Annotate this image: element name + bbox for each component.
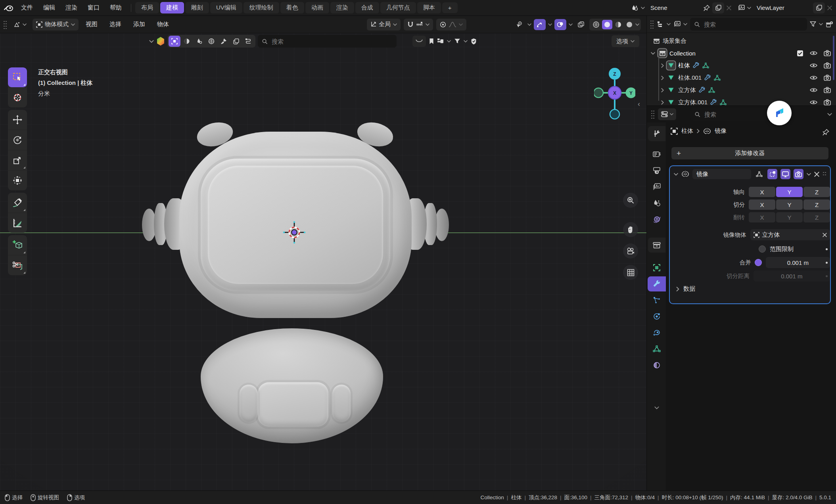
tool-search-input[interactable] <box>271 38 393 45</box>
menu-object[interactable]: 物体 <box>152 19 174 30</box>
modifier-name-input[interactable] <box>692 169 751 179</box>
shading-solid-icon[interactable] <box>602 20 612 29</box>
chevron-down-icon[interactable] <box>827 113 832 116</box>
selectability-icon[interactable] <box>513 19 525 30</box>
overlay-app-badge[interactable] <box>767 101 792 125</box>
tab-material[interactable] <box>648 358 665 373</box>
tab-physics[interactable] <box>648 309 665 324</box>
animate-dot[interactable] <box>826 248 828 250</box>
shield-check-icon[interactable] <box>471 38 477 45</box>
scene-icon[interactable] <box>631 5 639 11</box>
menu-view[interactable]: 视图 <box>81 19 102 30</box>
tab-collection[interactable] <box>648 238 665 253</box>
workspace-tab-sculpting[interactable]: 雕刻 <box>185 2 209 13</box>
chevron-down-icon[interactable] <box>641 7 645 9</box>
measure-tool[interactable] <box>8 213 27 233</box>
expand-chevron-icon[interactable] <box>661 100 664 105</box>
properties-editor-icon[interactable] <box>658 108 676 120</box>
header-grip[interactable] <box>3 20 7 29</box>
bisect-x-button[interactable]: X <box>749 199 775 210</box>
menu-render[interactable]: 渲染 <box>60 2 82 13</box>
options-button[interactable]: 选项 <box>612 35 639 47</box>
outliner-search[interactable] <box>690 18 807 31</box>
outliner-search-input[interactable] <box>703 21 803 28</box>
clear-object-icon[interactable] <box>823 233 827 237</box>
move-tool[interactable] <box>8 110 27 130</box>
workspace-tab-compositing[interactable]: 合成 <box>355 2 379 13</box>
tab-world[interactable] <box>648 212 665 227</box>
workspace-tab-shading[interactable]: 着色 <box>280 2 304 13</box>
tool-search[interactable] <box>258 35 397 48</box>
add-modifier-button[interactable]: + 添加修改器 <box>671 147 828 159</box>
expand-chevron-icon[interactable] <box>661 76 664 80</box>
new-collection-icon[interactable] <box>826 21 833 28</box>
tab-scene[interactable] <box>648 195 665 211</box>
gizmos-toggle-icon[interactable] <box>534 19 546 30</box>
menu-add[interactable]: 添加 <box>128 19 150 30</box>
axis-z-button[interactable]: Z <box>803 187 830 197</box>
new-view-layer-icon[interactable] <box>813 2 825 13</box>
rotate-tool[interactable] <box>8 130 27 150</box>
workspace-tab-rendering[interactable]: 渲染 <box>330 2 354 13</box>
tab-object-data[interactable] <box>648 341 665 356</box>
edit-mode-display-toggle-icon[interactable] <box>754 169 764 179</box>
shading-material-icon[interactable] <box>613 20 623 29</box>
hide-eye-icon[interactable] <box>810 63 817 68</box>
add-primitive-tool[interactable] <box>8 235 27 255</box>
tab-modifiers[interactable] <box>648 276 666 291</box>
flip-x-button[interactable]: X <box>749 212 775 222</box>
axis-gizmo[interactable]: Z Y X <box>594 67 635 121</box>
render-camera-icon[interactable] <box>824 99 831 105</box>
menu-help[interactable]: 帮助 <box>105 2 127 13</box>
collapse-chevron-icon[interactable] <box>651 52 655 55</box>
on-cage-toggle-icon[interactable] <box>767 169 777 179</box>
outliner-scrollbar[interactable] <box>833 36 834 80</box>
merge-threshold-field[interactable]: 0.001 m <box>766 257 830 268</box>
grid-toggle-button[interactable] <box>623 265 638 280</box>
viewport-display-toggle-icon[interactable] <box>780 169 790 179</box>
workspace-tab-scripting[interactable]: 脚本 <box>417 2 441 13</box>
outliner-row-object[interactable]: 立方体.001 <box>647 96 836 105</box>
collapse-chevron-icon[interactable] <box>149 40 154 43</box>
hide-eye-icon[interactable] <box>810 100 817 105</box>
menu-select[interactable]: 选择 <box>105 19 126 30</box>
xray-toggle-icon[interactable] <box>575 19 587 30</box>
collapse-chevron-icon[interactable] <box>674 173 678 176</box>
outliner-row-object[interactable]: 柱体 <box>647 59 836 71</box>
proportional-editing[interactable] <box>436 19 466 31</box>
region-collapse-arrow[interactable]: ‹ <box>638 100 640 108</box>
cursor-tool[interactable] <box>8 87 27 107</box>
pin-icon[interactable] <box>823 129 829 136</box>
world-filter-icon[interactable] <box>205 36 217 47</box>
duplicate-filter-icon[interactable] <box>230 36 242 47</box>
menu-file[interactable]: 文件 <box>16 2 38 13</box>
overlays-toggle-icon[interactable] <box>554 19 566 30</box>
object-icon[interactable] <box>671 128 678 135</box>
animate-dot[interactable] <box>826 275 828 277</box>
bookmark-icon[interactable] <box>429 38 434 44</box>
axis-x-button[interactable]: X <box>749 187 775 197</box>
modifier-extras-chevron-icon[interactable] <box>807 173 811 176</box>
flip-y-button[interactable]: Y <box>776 212 803 222</box>
snap-settings[interactable] <box>404 19 433 31</box>
expand-chevron-icon[interactable] <box>661 63 664 68</box>
outliner-row-scene-collection[interactable]: 场景集合 <box>647 35 836 47</box>
axis-y-button[interactable]: Y <box>776 187 803 197</box>
outliner-editor-icon[interactable] <box>657 21 664 28</box>
pan-hand-button[interactable] <box>623 222 638 237</box>
annotate-tool[interactable] <box>8 193 27 213</box>
matcap-preview-icon[interactable] <box>156 36 165 46</box>
scale-tool[interactable] <box>8 150 27 170</box>
tab-tool[interactable] <box>648 126 665 141</box>
menu-edit[interactable]: 编辑 <box>38 2 60 13</box>
header-grip[interactable] <box>651 110 655 119</box>
clipping-checkbox[interactable] <box>759 245 766 253</box>
delete-modifier-icon[interactable] <box>814 172 819 177</box>
filter-funnel-icon[interactable] <box>454 38 460 44</box>
falloff-smooth-icon[interactable] <box>412 36 426 47</box>
hide-eye-icon[interactable] <box>810 75 817 80</box>
view-layer-name[interactable]: ViewLayer <box>754 3 811 12</box>
tab-constraints[interactable] <box>648 325 665 340</box>
render-camera-icon[interactable] <box>824 50 831 56</box>
tab-object[interactable] <box>648 260 665 275</box>
